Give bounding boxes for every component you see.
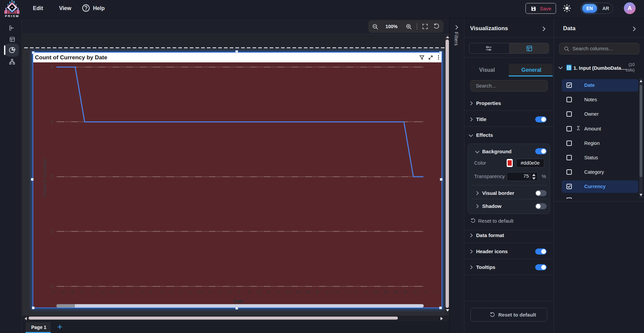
svg-text:PRISM: PRISM [5, 14, 19, 18]
